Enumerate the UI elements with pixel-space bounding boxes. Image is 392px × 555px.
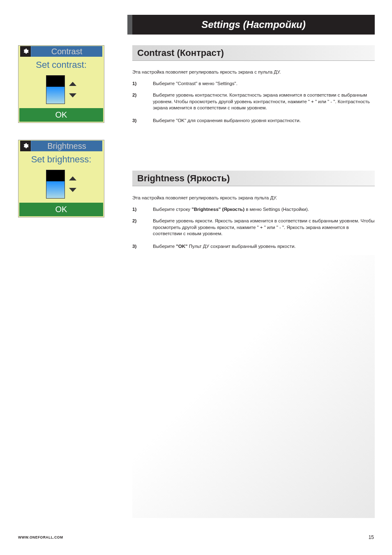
widget-title: Contrast	[31, 46, 102, 57]
step-post: в меню Settings (Настройки).	[244, 207, 309, 212]
widget-header: Contrast	[18, 46, 104, 57]
step-number: 2)	[132, 92, 153, 111]
widget-header: Brightness	[18, 140, 104, 152]
step-number: 1)	[132, 206, 153, 213]
brightness-step-3: 3) Выберите "OK" Пульт ДУ сохранит выбра…	[132, 243, 375, 250]
contrast-step-2: 2) Выберите уровень контрастности. Контр…	[132, 92, 375, 111]
brightness-intro: Эта настройка позволяет регулировать ярк…	[132, 195, 375, 201]
widget-title: Brightness	[31, 141, 102, 151]
brightness-widget: Brightness Set brightness: OK	[18, 140, 104, 217]
contrast-step-3: 3) Выберите "OK" для сохранения выбранно…	[132, 118, 375, 124]
step-number: 3)	[132, 243, 153, 250]
slider-bar	[46, 170, 65, 199]
contrast-section-heading: Contrast (Контраст)	[132, 45, 375, 61]
widget-subtitle: Set contrast:	[18, 57, 104, 74]
step-text: Выберите строку "Brightness" (Яркость) в…	[153, 206, 375, 213]
slider-bar	[46, 75, 65, 104]
page-header-title: Settings (Настройки)	[201, 19, 306, 30]
contrast-slider[interactable]	[18, 74, 104, 108]
footer-url: WWW.ONEFORALL.COM	[18, 535, 63, 539]
contrast-intro: Эта настройка позволяет регулировать ярк…	[132, 69, 375, 76]
step-text: Выберите "OK" для сохранения выбранного …	[153, 118, 375, 124]
contrast-step-1: 1) Выберите "Contrast" в меню "Settings"…	[132, 81, 375, 87]
step-pre: Выберите строку	[153, 207, 191, 212]
ok-button[interactable]: OK	[19, 203, 103, 216]
section-heading-text: Brightness (Яркость)	[137, 173, 230, 184]
arrow-down-icon[interactable]	[69, 188, 76, 192]
section-heading-text: Contrast (Контраст)	[137, 48, 224, 58]
brightness-step-1: 1) Выберите строку "Brightness" (Яркость…	[132, 206, 375, 213]
arrow-down-icon[interactable]	[69, 93, 76, 97]
step-number: 1)	[132, 81, 153, 87]
step-number: 3)	[132, 118, 153, 124]
arrow-up-icon[interactable]	[69, 82, 76, 86]
arrow-up-icon[interactable]	[69, 176, 76, 180]
slider-arrows	[69, 176, 76, 192]
brightness-slider[interactable]	[18, 168, 104, 203]
step-text: Выберите уровень яркости. Яркость экрана…	[153, 218, 375, 237]
step-text: Выберите "Contrast" в меню "Settings".	[153, 81, 375, 87]
step-text: Выберите "OK" Пульт ДУ сохранит выбранны…	[153, 243, 375, 250]
brightness-step-2: 2) Выберите уровень яркости. Яркость экр…	[132, 218, 375, 237]
gear-icon	[20, 46, 31, 57]
background-gradient	[132, 255, 375, 518]
page-header: Settings (Настройки)	[132, 15, 375, 35]
brightness-section-heading: Brightness (Яркость)	[132, 171, 375, 186]
gear-icon	[20, 141, 31, 151]
step-bold: "Brightness" (Яркость)	[191, 207, 244, 212]
ok-button[interactable]: OK	[19, 108, 103, 122]
step-bold: "OK"	[176, 244, 187, 249]
step-post: Пульт ДУ сохранит выбранный уровень ярко…	[188, 244, 296, 249]
slider-arrows	[69, 82, 76, 97]
footer-page-number: 15	[369, 534, 374, 540]
step-number: 2)	[132, 218, 153, 237]
contrast-widget: Contrast Set contrast: OK	[18, 45, 104, 123]
step-pre: Выберите	[153, 244, 176, 249]
header-accent	[127, 15, 132, 35]
step-text: Выберите уровень контрастности. Контраст…	[153, 92, 375, 111]
widget-subtitle: Set brightness:	[18, 152, 104, 168]
footer: WWW.ONEFORALL.COM 15	[18, 534, 374, 540]
